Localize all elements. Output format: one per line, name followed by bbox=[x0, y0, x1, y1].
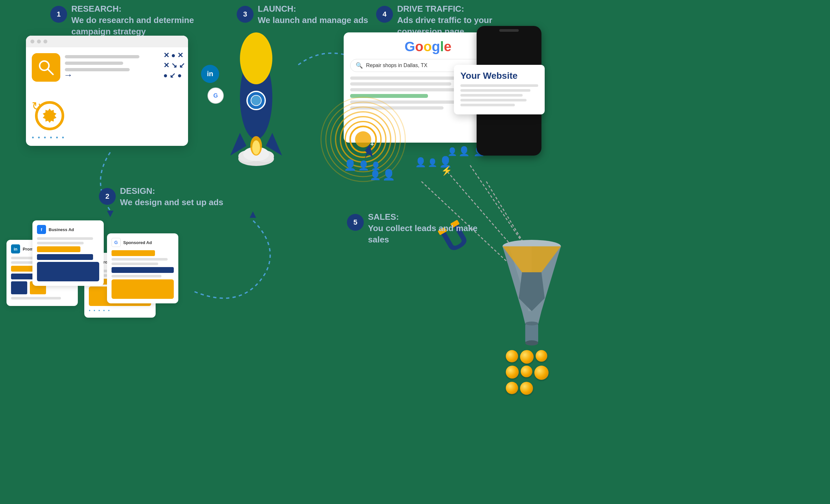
svg-point-43 bbox=[525, 340, 538, 345]
website-line bbox=[460, 104, 515, 106]
step-2-label: DESIGN: We design and set up ads bbox=[120, 186, 223, 208]
coin bbox=[534, 366, 549, 380]
ad-blue-bar bbox=[37, 254, 93, 260]
ad-image bbox=[37, 262, 99, 281]
ad-blue-bar bbox=[111, 267, 174, 273]
browser-dot-1 bbox=[30, 39, 34, 43]
ad-line bbox=[111, 263, 158, 265]
refresh-icon: ↺ bbox=[32, 100, 41, 113]
ad-line bbox=[37, 242, 84, 244]
coin bbox=[506, 366, 519, 378]
svg-point-16 bbox=[240, 32, 272, 84]
lightning-icon: ⚡ bbox=[441, 165, 452, 176]
content-line bbox=[65, 68, 130, 71]
svg-marker-1 bbox=[250, 211, 256, 218]
ad-line bbox=[111, 275, 161, 277]
browser-content-lines bbox=[65, 55, 139, 74]
linkedin-social-icon: in bbox=[201, 65, 219, 83]
coin bbox=[520, 382, 533, 395]
step-4-number: 4 bbox=[376, 6, 393, 23]
step-5-label: SALES: You collect leads and make sales bbox=[368, 211, 491, 245]
funnel-illustration bbox=[499, 233, 564, 358]
search-icon-box bbox=[32, 53, 60, 82]
arrow-icon: → bbox=[64, 70, 73, 80]
coin bbox=[536, 350, 547, 362]
ad-line bbox=[111, 258, 168, 261]
step-3-number: 3 bbox=[237, 6, 254, 23]
your-website-card: Your Website bbox=[454, 65, 545, 114]
result-line bbox=[350, 82, 451, 86]
website-line bbox=[460, 99, 526, 101]
gear-icon bbox=[42, 109, 57, 123]
facebook-icon: f bbox=[37, 225, 46, 234]
svg-point-18 bbox=[251, 95, 261, 106]
coin bbox=[506, 382, 518, 394]
ad-image bbox=[11, 281, 27, 294]
svg-rect-41 bbox=[525, 324, 538, 343]
svg-point-34 bbox=[355, 131, 371, 147]
step-1-number: 1 bbox=[50, 6, 67, 23]
svg-point-26 bbox=[252, 140, 260, 155]
ad-yellow-bar bbox=[111, 250, 155, 256]
ad-cards-stack: in Promotional Ad f Business Ad bbox=[6, 214, 188, 350]
google-sponsored-title: Sponsored Ad bbox=[123, 240, 152, 245]
website-line bbox=[460, 84, 538, 87]
browser-bar bbox=[26, 36, 188, 47]
people-group-yellow-2: 👤 👤 bbox=[370, 169, 395, 181]
search-icon: 🔍 bbox=[356, 62, 363, 69]
coin bbox=[520, 350, 534, 364]
rocket-illustration bbox=[227, 32, 285, 170]
dots-decoration: • • • • • bbox=[89, 308, 151, 313]
browser-dot-2 bbox=[37, 39, 41, 43]
content-line bbox=[65, 55, 139, 58]
ad-image bbox=[111, 279, 174, 299]
website-line bbox=[460, 89, 531, 92]
svg-point-42 bbox=[525, 322, 538, 326]
website-line bbox=[460, 94, 523, 97]
google-icon: G bbox=[111, 238, 121, 247]
result-line bbox=[350, 88, 467, 91]
ad-line bbox=[37, 237, 93, 240]
google-search-text: Repair shops in Dallas, TX bbox=[366, 63, 427, 68]
svg-text:+: + bbox=[370, 141, 374, 148]
dotted-decoration: • • • • • • bbox=[32, 134, 65, 141]
step-1-label: RESEARCH: We do research and determine c… bbox=[71, 3, 195, 37]
browser-content: → ↺ ✕ ● ✕ ✕ ↘ ↙ ● ↙ ● • • • • • • bbox=[26, 47, 188, 146]
linkedin-icon: in bbox=[11, 244, 20, 254]
step-5-number: 5 bbox=[347, 214, 364, 231]
research-browser-window: → ↺ ✕ ● ✕ ✕ ↘ ↙ ● ↙ ● • • • • • • bbox=[26, 36, 188, 146]
step-2-number: 2 bbox=[99, 188, 116, 205]
content-line bbox=[65, 62, 123, 65]
google-sponsored-card: G Sponsored Ad bbox=[107, 233, 178, 303]
ad-yellow-bar bbox=[37, 246, 81, 252]
search-icon bbox=[37, 59, 55, 76]
step-3-label: LAUNCH: We launch and manage ads bbox=[258, 3, 368, 26]
coins-pile bbox=[506, 350, 551, 395]
google-social-icon: G bbox=[208, 88, 224, 104]
coin bbox=[506, 350, 518, 362]
xo-pattern: ✕ ● ✕ ✕ ↘ ↙ ● ↙ ● bbox=[163, 51, 185, 80]
coin bbox=[521, 366, 532, 377]
device-notch bbox=[499, 29, 519, 32]
svg-line-8 bbox=[47, 69, 53, 74]
facebook-ad-title: Business Ad bbox=[49, 227, 74, 232]
facebook-ad-card: f Business Ad bbox=[32, 221, 104, 286]
browser-dot-3 bbox=[43, 39, 47, 43]
ad-line bbox=[11, 297, 61, 300]
your-website-title: Your Website bbox=[460, 71, 538, 81]
